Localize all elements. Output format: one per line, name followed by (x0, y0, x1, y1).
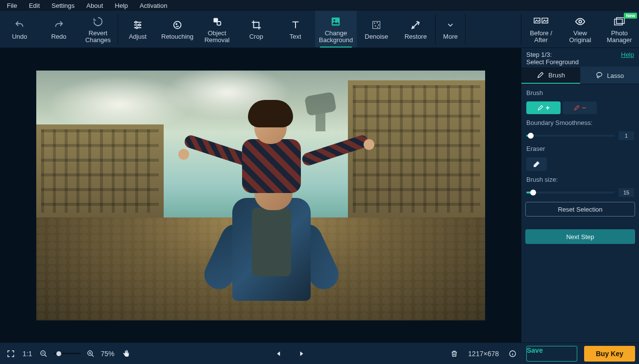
retouching-button[interactable]: Retouching (157, 11, 197, 48)
restore-button[interactable]: Restore (396, 11, 435, 48)
object-removal-button[interactable]: Object Removal (197, 11, 237, 48)
brush-subtract-button[interactable]: − (563, 101, 597, 114)
eye-icon (575, 15, 586, 28)
zoom-in-button[interactable] (84, 347, 98, 361)
retouching-icon (172, 19, 183, 31)
menu-bar: File Edit Settings About Help Activation (0, 0, 639, 11)
before-after-label: Before / After (530, 30, 552, 44)
svg-point-12 (378, 24, 379, 25)
before-after-button[interactable]: Before / After (521, 11, 561, 48)
more-label: More (443, 33, 458, 40)
change-background-label: Change Background (319, 30, 353, 44)
crop-button[interactable]: Crop (237, 11, 276, 48)
menu-file[interactable]: File (2, 1, 22, 10)
boundary-value: 1 (618, 131, 634, 140)
boundary-slider[interactable]: 1 (526, 131, 634, 140)
tab-lasso-label: Lasso (607, 72, 624, 79)
zoom-thumb[interactable] (56, 351, 61, 356)
change-background-icon (330, 15, 341, 28)
new-badge: New (624, 13, 637, 19)
menu-settings[interactable]: Settings (47, 1, 79, 10)
redo-button[interactable]: Redo (39, 11, 78, 48)
help-link[interactable]: Help (621, 51, 634, 66)
svg-point-20 (596, 73, 602, 76)
reset-selection-button[interactable]: Reset Selection (525, 202, 635, 217)
main-toolbar: Undo Redo Revert Changes Adjust Retouchi… (0, 11, 639, 48)
revert-button[interactable]: Revert Changes (78, 11, 118, 48)
svg-point-10 (374, 23, 375, 23)
buy-key-button[interactable]: Buy Key (584, 346, 635, 362)
ratio-button[interactable]: 1:1 (23, 350, 32, 358)
slider-thumb[interactable] (530, 190, 536, 195)
tab-brush[interactable]: Brush (521, 67, 580, 84)
pan-button[interactable] (120, 347, 133, 361)
eraser-button[interactable] (526, 157, 547, 171)
object-removal-icon (212, 15, 222, 28)
fullscreen-button[interactable] (4, 347, 18, 361)
brush-size-label: Brush size: (526, 176, 634, 183)
chevron-down-icon (446, 19, 455, 31)
text-label: Text (290, 33, 301, 40)
crop-label: Crop (249, 33, 263, 40)
object-removal-label: Object Removal (204, 30, 229, 44)
lasso-icon (595, 72, 603, 79)
menu-help[interactable]: Help (110, 1, 133, 10)
redo-label: Redo (51, 33, 66, 40)
svg-rect-7 (332, 17, 340, 25)
svg-point-2 (136, 26, 138, 28)
slider-thumb[interactable] (528, 133, 534, 139)
zoom-slider[interactable] (53, 353, 81, 354)
svg-point-0 (135, 21, 137, 23)
view-original-button[interactable]: View Original (561, 11, 600, 48)
prev-image-button[interactable] (272, 347, 286, 361)
next-image-button[interactable] (295, 347, 308, 361)
denoise-button[interactable]: Denoise (357, 11, 396, 48)
side-panel: Step 1/3: Select Foreground Help Brush L… (521, 48, 639, 342)
brush-size-value: 15 (618, 188, 634, 197)
delete-button[interactable] (447, 347, 461, 361)
next-step-button[interactable]: Next Step (525, 229, 635, 244)
denoise-icon (371, 19, 382, 31)
menu-about[interactable]: About (81, 1, 108, 10)
svg-point-14 (377, 26, 378, 27)
menu-edit[interactable]: Edit (24, 1, 45, 10)
revert-icon (93, 15, 103, 28)
retouching-label: Retouching (161, 33, 194, 40)
zoom-out-button[interactable] (37, 347, 50, 361)
canvas-area[interactable] (0, 48, 521, 342)
svg-point-3 (174, 21, 181, 28)
eraser-label: Eraser (526, 145, 634, 152)
brush-icon (537, 71, 544, 79)
info-button[interactable] (506, 347, 519, 361)
adjust-button[interactable]: Adjust (118, 11, 157, 48)
svg-point-1 (139, 24, 141, 26)
status-bar: 1:1 75% 1217×678 Save Buy Key (0, 342, 639, 364)
tab-lasso[interactable]: Lasso (580, 67, 639, 84)
step-number: Step 1/3: (526, 51, 579, 58)
brush-add-button[interactable]: + (526, 101, 561, 114)
svg-point-4 (176, 24, 177, 24)
svg-point-8 (334, 19, 336, 21)
tab-brush-label: Brush (548, 72, 565, 79)
svg-point-17 (579, 20, 582, 23)
menu-activation[interactable]: Activation (135, 1, 172, 10)
svg-rect-19 (616, 18, 624, 24)
change-background-button[interactable]: Change Background (315, 11, 357, 48)
undo-label: Undo (12, 33, 27, 40)
image-preview (36, 71, 485, 320)
brush-size-slider[interactable]: 15 (526, 188, 634, 197)
zoom-controls: 75% (37, 347, 114, 361)
image-dimensions: 1217×678 (468, 350, 499, 358)
revert-label: Revert Changes (85, 30, 111, 44)
brush-section-label: Brush (526, 89, 634, 97)
svg-point-11 (377, 22, 377, 23)
step-info: Step 1/3: Select Foreground (526, 51, 579, 66)
undo-button[interactable]: Undo (0, 11, 39, 48)
photo-manager-button[interactable]: New Photo Manager (600, 11, 639, 48)
text-button[interactable]: Text (276, 11, 315, 48)
more-button[interactable]: More (436, 11, 465, 48)
save-button[interactable]: Save (526, 346, 577, 362)
undo-icon (14, 19, 25, 31)
svg-rect-6 (217, 22, 221, 25)
crop-icon (251, 19, 262, 31)
